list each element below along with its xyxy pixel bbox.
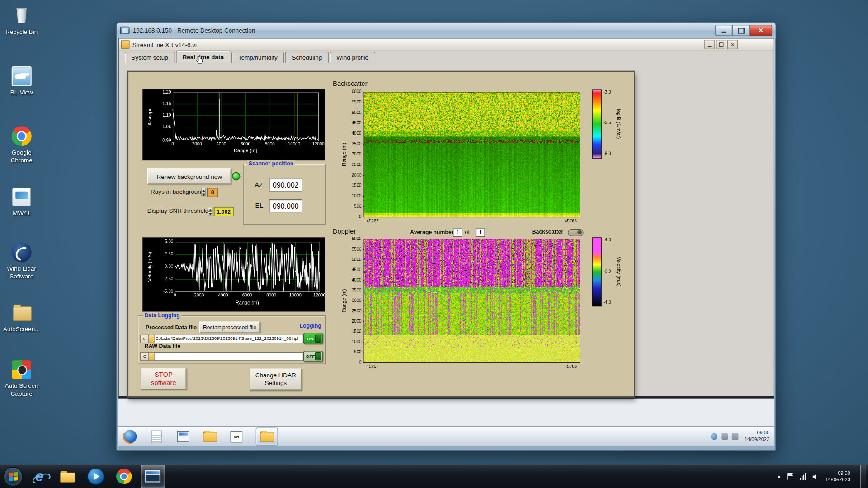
- rays-in-background-label: Rays in background: [151, 188, 204, 195]
- remote-browser-icon[interactable]: [123, 429, 137, 444]
- az-value-field[interactable]: 090.002: [269, 178, 302, 191]
- ascope-chart: [142, 89, 326, 160]
- desktop-icon-label: Google Chrome: [1, 149, 42, 164]
- taskbar-clock[interactable]: 09:00 14/09/2023: [826, 469, 850, 483]
- tab-wind-profile[interactable]: Wind profile: [330, 52, 375, 63]
- wind-lidar-icon: [10, 241, 33, 263]
- action-center-flag-icon[interactable]: [787, 473, 794, 480]
- rays-spinner[interactable]: [201, 188, 206, 196]
- rdp-close-button[interactable]: ✕: [750, 25, 772, 36]
- taskbar-chrome-button[interactable]: [113, 465, 136, 488]
- desktop-icon-mw41[interactable]: MW41: [1, 186, 42, 217]
- rdp-window: 192.168.0.150 - Remote Desktop Connectio…: [116, 22, 776, 451]
- volume-icon[interactable]: [812, 473, 820, 480]
- remote-taskbar: XR 09:00 14/09/2023: [118, 426, 774, 446]
- rays-value-field[interactable]: 8: [207, 188, 218, 197]
- auto-screen-capture-icon: [10, 358, 33, 380]
- desktop-icon-autoscreen[interactable]: AutoScreen...: [1, 302, 42, 333]
- taskbar-explorer-button[interactable]: [56, 465, 79, 488]
- recycle-bin-icon: [10, 5, 33, 27]
- el-value-field[interactable]: 090.000: [269, 199, 302, 212]
- change-line2: Settings: [264, 380, 287, 386]
- remote-tray-volume-icon[interactable]: [721, 433, 728, 440]
- rdp-titlebar[interactable]: 192.168.0.150 - Remote Desktop Connectio…: [117, 23, 775, 38]
- remote-system-tray: 09:00 14/09/2023: [711, 430, 769, 443]
- desktop-icon-google-chrome[interactable]: Google Chrome: [1, 125, 42, 164]
- media-player-icon: [87, 468, 104, 485]
- remote-clock[interactable]: 09:00 14/09/2023: [745, 430, 769, 443]
- doppler-heatmap-canvas: [339, 234, 632, 380]
- processed-data-file-label: Processed Data file: [146, 324, 197, 330]
- start-button[interactable]: [3, 467, 23, 486]
- desktop-icon-bl-view[interactable]: BL-View: [1, 65, 42, 96]
- stop-software-button[interactable]: STOP software: [141, 368, 187, 390]
- change-lidar-settings-button[interactable]: Change LiDAR Settings: [250, 369, 302, 391]
- taskbar-ie-button[interactable]: e: [28, 465, 51, 488]
- windows-logo-icon: [9, 472, 18, 481]
- desktop-icon-label: Recycle Bin: [1, 28, 42, 36]
- raw-logging-toggle[interactable]: OFF: [303, 351, 323, 361]
- remote-tray-update-icon[interactable]: [711, 433, 717, 440]
- rdp-window-title: 192.168.0.150 - Remote Desktop Connectio…: [133, 27, 255, 34]
- streamline-minimize-button[interactable]: [704, 40, 715, 49]
- active-folder-taskbar-button[interactable]: [256, 428, 278, 446]
- rdp-window-icon: [120, 27, 130, 34]
- streamline-window: StreamLine XR v14-6.vi ✕ System setup Re…: [118, 38, 774, 398]
- streamline-titlebar[interactable]: StreamLine XR v14-6.vi ✕: [119, 39, 773, 51]
- taskbar-rdp-button[interactable]: [141, 465, 165, 488]
- processed-logging-toggle[interactable]: ON: [303, 333, 323, 344]
- vi-icon: [121, 40, 129, 48]
- desktop-icon-wind-lidar[interactable]: Wind Lidar Software: [1, 241, 42, 280]
- change-line1: Change LiDAR: [255, 372, 296, 379]
- el-label: EL: [255, 202, 263, 210]
- tab-system-setup[interactable]: System setup: [125, 52, 175, 63]
- desktop-icon-auto-screen-capture[interactable]: Auto Screen Capture: [1, 358, 42, 397]
- background-led-indicator: [232, 172, 240, 180]
- tab-temp-humidity[interactable]: Temp/humidity: [231, 52, 284, 63]
- renew-background-button[interactable]: Renew background now: [147, 168, 231, 184]
- remote-clock-date: 14/09/2023: [745, 436, 769, 443]
- snr-spinner[interactable]: [208, 207, 212, 215]
- backscatter-heatmap-canvas: [339, 86, 632, 230]
- processed-path-field[interactable]: C:\Lidar\Data\Proc\2023\202309\20230914\…: [154, 335, 303, 343]
- stop-line1: STOP: [155, 371, 173, 378]
- taskbar-wmp-button[interactable]: [84, 465, 107, 488]
- tray-chevron-icon[interactable]: ▲: [777, 474, 782, 479]
- remote-tray-network-icon[interactable]: [732, 433, 739, 440]
- rdp-minimize-button[interactable]: [715, 25, 732, 36]
- system-tray: ▲ 09:00 14/09/2023: [777, 465, 868, 488]
- remote-app-window-icon[interactable]: [176, 429, 190, 444]
- logging-label: Logging: [299, 323, 321, 328]
- raw-path-field[interactable]: [154, 352, 303, 361]
- xr-app-icon[interactable]: XR: [229, 429, 244, 444]
- rdp-client-area: StreamLine XR v14-6.vi ✕ System setup Re…: [118, 38, 774, 446]
- chrome-icon: [10, 125, 33, 147]
- desktop-icon-label: AutoScreen...: [1, 326, 42, 333]
- streamline-close-button[interactable]: ✕: [727, 40, 738, 49]
- toggle-on-label: ON: [306, 336, 315, 341]
- cursor-hand-icon: [196, 56, 203, 65]
- tab-bar: System setup Real time data Temp/humidit…: [119, 50, 773, 63]
- network-icon[interactable]: [800, 473, 807, 480]
- data-logging-title: Data Logging: [143, 312, 182, 318]
- velocity-chart: [142, 237, 326, 311]
- desktop-icon-label: BL-View: [1, 89, 42, 97]
- chrome-icon: [116, 469, 132, 484]
- show-desktop-button[interactable]: [860, 465, 866, 488]
- tab-scheduling[interactable]: Scheduling: [285, 52, 329, 63]
- az-label: AZ: [255, 181, 263, 188]
- desktop-icon-label: Auto Screen Capture: [1, 382, 42, 398]
- explorer-folder-icon: [60, 470, 75, 482]
- snr-threshold-label: Display SNR threshold: [147, 207, 208, 214]
- internet-explorer-icon: e: [35, 469, 43, 484]
- restart-processed-file-button[interactable]: Restart processed file: [199, 321, 260, 333]
- rdp-maximize-button[interactable]: [732, 25, 750, 36]
- streamline-restore-button[interactable]: [716, 40, 726, 49]
- mw41-icon: [10, 186, 33, 208]
- bl-view-icon: [10, 65, 33, 87]
- remote-folder-icon[interactable]: [203, 429, 217, 444]
- remote-clock-time: 09:00: [745, 430, 769, 436]
- snr-value-field[interactable]: 1.002: [214, 207, 234, 216]
- desktop-icon-recycle-bin[interactable]: Recycle Bin: [1, 5, 42, 36]
- notepad-icon[interactable]: [150, 429, 164, 444]
